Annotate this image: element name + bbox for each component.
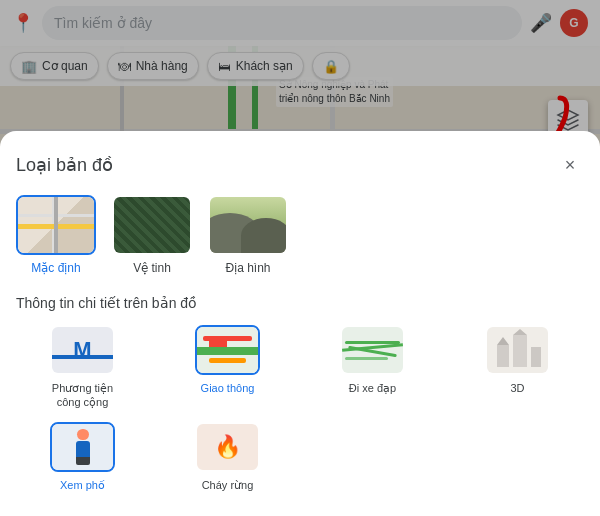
map-type-terrain-label: Địa hình	[225, 261, 270, 275]
detail-streetview-label: Xem phố	[60, 478, 105, 492]
sheet-title: Loại bản đồ	[16, 154, 113, 176]
sheet-header: Loại bản đồ ×	[16, 151, 584, 179]
person-legs	[76, 457, 90, 465]
map-type-default[interactable]: Mặc định	[16, 195, 96, 275]
thumb-bike-bg	[342, 327, 403, 373]
detail-fire-label: Cháy rừng	[202, 478, 254, 492]
thumb-3d-bg	[487, 327, 548, 373]
svg-rect-3	[513, 335, 527, 367]
map-type-satellite-label: Vệ tinh	[133, 261, 171, 275]
thumb-terrain-bg	[210, 197, 286, 253]
detail-bike[interactable]: Đi xe đạp	[306, 325, 439, 410]
thumb-streetview-bg	[52, 424, 113, 470]
map-type-grid: Mặc định Vệ tinh Địa hình	[16, 195, 584, 275]
detail-3d-thumb	[485, 325, 550, 375]
svg-marker-4	[513, 329, 527, 335]
svg-rect-5	[531, 347, 541, 367]
detail-bike-label: Đi xe đạp	[349, 381, 396, 395]
bike-path1	[345, 341, 400, 344]
svg-rect-1	[497, 345, 509, 367]
map-type-terrain-thumb	[208, 195, 288, 255]
map-type-terrain[interactable]: Địa hình	[208, 195, 288, 275]
traffic-green	[197, 350, 258, 355]
close-button[interactable]: ×	[556, 151, 584, 179]
detail-traffic-thumb	[195, 325, 260, 375]
detail-streetview[interactable]: Xem phố	[16, 422, 149, 492]
thumb-default-bg	[18, 197, 94, 253]
detail-traffic-label: Giao thông	[201, 381, 255, 395]
person-body	[76, 441, 90, 457]
map-type-default-thumb	[16, 195, 96, 255]
map-type-default-label: Mặc định	[31, 261, 80, 275]
bottom-sheet: Loại bản đồ × Mặc định Vệ tinh	[0, 131, 600, 516]
detail-3d[interactable]: 3D	[451, 325, 584, 410]
fire-icon: 🔥	[214, 434, 241, 460]
thumb-traffic-bg	[197, 327, 258, 373]
bike-path2	[348, 346, 397, 357]
thumb-fire-bg: 🔥	[197, 424, 258, 470]
svg-marker-2	[497, 337, 509, 345]
detail-fire[interactable]: 🔥 Cháy rừng	[161, 422, 294, 492]
detail-transit[interactable]: Phương tiệncông cộng	[16, 325, 149, 410]
map-type-satellite-thumb	[112, 195, 192, 255]
detail-section-title: Thông tin chi tiết trên bản đồ	[16, 295, 584, 311]
detail-3d-label: 3D	[510, 381, 524, 395]
traffic-red	[203, 336, 252, 341]
detail-fire-thumb: 🔥	[195, 422, 260, 472]
thumb-satellite-bg	[114, 197, 190, 253]
thumb-road-main	[18, 224, 94, 229]
detail-streetview-thumb	[50, 422, 115, 472]
detail-traffic[interactable]: Giao thông	[161, 325, 294, 410]
detail-transit-label: Phương tiệncông cộng	[52, 381, 113, 410]
traffic-orange	[209, 358, 246, 363]
map-type-satellite[interactable]: Vệ tinh	[112, 195, 192, 275]
detail-bike-thumb	[340, 325, 405, 375]
person-head	[77, 429, 89, 441]
3d-buildings-svg	[487, 327, 548, 373]
thumb-road-h	[18, 214, 94, 217]
detail-options-grid: Phương tiệncông cộng Giao thông	[16, 325, 584, 492]
bike-path3	[345, 357, 388, 360]
detail-transit-thumb	[50, 325, 115, 375]
thumb-transit-bg	[52, 327, 113, 373]
person-figure	[73, 429, 93, 465]
transit-line	[52, 355, 113, 359]
